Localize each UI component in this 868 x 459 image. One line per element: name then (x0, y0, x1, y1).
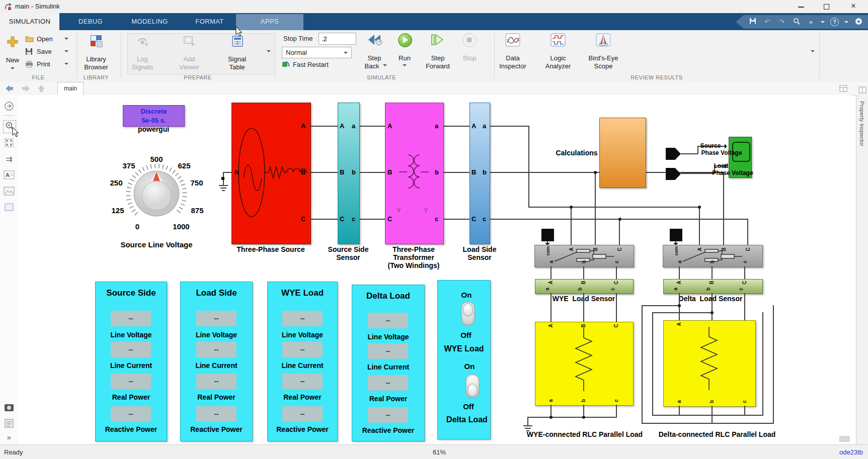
open-folder-icon (25, 35, 34, 42)
tab-apps[interactable]: APPS (236, 13, 303, 30)
scroll-grip-icon[interactable] (839, 435, 850, 442)
window-title: main - Simulink (15, 3, 60, 10)
knob-tick-875: 875 (191, 206, 203, 215)
minimize-button[interactable] (791, 0, 811, 13)
tab-simulation[interactable]: SIMULATION (0, 13, 59, 30)
new-icon (7, 36, 18, 47)
source-side-panel[interactable]: Source Side -- Line Voltage -- Line Curr… (95, 282, 167, 441)
port-label: C (387, 216, 392, 222)
expand-palette-icon[interactable]: » (3, 433, 15, 445)
maximize-button[interactable] (816, 0, 836, 13)
open-button[interactable]: Open (23, 34, 71, 44)
wire (642, 305, 680, 306)
signal-routing-icon[interactable]: ⇉ (3, 154, 15, 166)
wire (652, 312, 653, 416)
powergui-block[interactable]: Discrete 5e-05 s. (123, 105, 185, 127)
search-icon[interactable] (792, 18, 801, 27)
display-block[interactable]: -- (111, 374, 151, 389)
layout-icon[interactable] (839, 85, 847, 92)
data-inspector-label1: Data (506, 54, 519, 62)
display-label: Line Current (268, 361, 337, 370)
display-block[interactable]: -- (282, 406, 323, 422)
viewmarks-icon[interactable] (3, 404, 15, 416)
redo-icon[interactable]: ↷ (777, 18, 786, 27)
display-block[interactable]: -- (196, 342, 236, 357)
property-inspector-strip[interactable]: Property Inspector (856, 95, 868, 444)
stop-time-input[interactable] (319, 33, 356, 45)
ribbon-more-caret-icon[interactable] (811, 50, 815, 54)
schedule-editor-icon[interactable] (3, 419, 15, 431)
wire (762, 312, 763, 416)
wire (527, 417, 617, 418)
delta-load-switch[interactable] (465, 374, 480, 398)
scope-signal2-line1: Load (714, 162, 729, 169)
mode-select[interactable]: Normal (282, 47, 352, 58)
display-block[interactable]: -- (368, 313, 408, 328)
back-icon[interactable] (5, 84, 14, 93)
display-block[interactable]: -- (111, 311, 151, 326)
display-block[interactable]: -- (368, 343, 408, 359)
source-side-sensor-label2: Sensor (336, 253, 360, 261)
section-file: FILE (32, 74, 44, 80)
property-inspector-icon (858, 86, 866, 94)
port-label: b (352, 169, 356, 175)
delta-load-panel[interactable]: Delta Load -- Line Voltage -- Line Curre… (352, 285, 425, 441)
help-icon[interactable]: ? (830, 18, 839, 26)
palette-divider (4, 115, 15, 116)
port-label: com (674, 246, 679, 256)
display-block[interactable]: -- (282, 311, 323, 326)
load-side-panel[interactable]: Load Side -- Line Voltage -- Line Curren… (180, 282, 253, 441)
delta-on-label: On (438, 362, 490, 371)
log-signals-label2: Signals (132, 63, 153, 71)
tab-debug[interactable]: DEBUG (71, 13, 110, 30)
goto-tag[interactable] (670, 229, 682, 241)
area-box-icon[interactable] (3, 203, 15, 215)
hide-explorer-icon[interactable] (3, 101, 15, 113)
status-solver[interactable]: ode23tb (839, 448, 863, 456)
display-block[interactable]: -- (368, 407, 408, 423)
tab-format[interactable]: FORMAT (192, 13, 227, 30)
port-label: A (340, 123, 344, 129)
favorites-caret-icon[interactable] (821, 21, 825, 25)
wye-load-switch[interactable] (461, 302, 475, 326)
display-block[interactable]: -- (282, 374, 323, 389)
undo-icon[interactable]: ↶ (763, 18, 772, 27)
transformer-y2: Y (424, 207, 428, 214)
annotation-icon[interactable]: A (3, 170, 15, 182)
display-block[interactable]: -- (282, 342, 323, 357)
display-label: Real Power (268, 393, 337, 401)
tab-modeling[interactable]: MODELING (128, 13, 171, 30)
display-block[interactable]: -- (111, 406, 151, 422)
library-browser-label2: Browser (84, 63, 108, 71)
display-block[interactable]: -- (196, 374, 236, 389)
transformer-y1: Y (397, 207, 401, 214)
image-icon[interactable] (3, 187, 15, 199)
updates-icon[interactable] (854, 18, 863, 27)
display-label: Line Voltage (352, 333, 424, 341)
port-marker (221, 177, 224, 180)
step-forward-label1: Step (431, 54, 445, 62)
display-label: Reactive Power (352, 426, 424, 434)
calculations-block[interactable] (599, 118, 646, 188)
close-button[interactable]: × (843, 0, 863, 13)
save-icon[interactable] (748, 18, 757, 27)
display-block[interactable]: -- (196, 406, 236, 422)
goto-tag[interactable] (541, 229, 554, 241)
favorites-icon[interactable]: » (806, 18, 815, 27)
help-caret-icon[interactable] (844, 21, 848, 25)
fit-to-view-icon[interactable] (3, 137, 15, 149)
document-tab-main[interactable]: main (57, 82, 84, 95)
data-inspector-label2: Inspector (499, 62, 526, 70)
prepare-caret-icon[interactable] (267, 50, 271, 54)
wye-load-panel[interactable]: WYE Load -- Line Voltage -- Line Current… (267, 282, 338, 441)
display-block[interactable]: -- (196, 311, 236, 326)
save-button[interactable]: Save (23, 47, 71, 57)
display-block[interactable]: -- (111, 342, 151, 357)
print-button[interactable]: Print (23, 59, 71, 69)
port-label: B (581, 281, 586, 284)
display-block[interactable]: -- (368, 375, 408, 391)
step-back-icon (366, 33, 383, 47)
fast-restart-toggle[interactable]: Fast Restart (282, 60, 347, 69)
wire (528, 207, 699, 208)
port-label: A (387, 123, 392, 129)
